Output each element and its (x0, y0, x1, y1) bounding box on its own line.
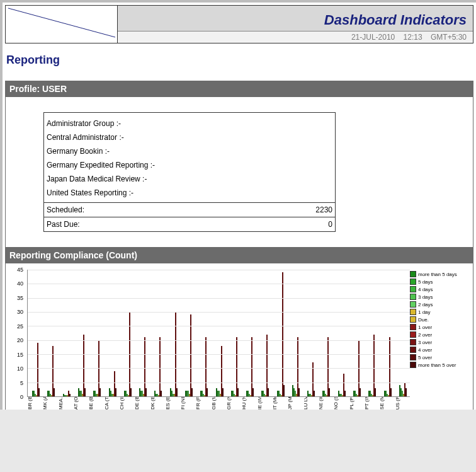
chart-category (364, 270, 379, 396)
chart-category (242, 270, 257, 396)
chart-bar (54, 388, 55, 396)
chart-category (166, 270, 181, 396)
x-tick: AT (OEK) (73, 397, 88, 410)
legend-swatch (410, 316, 416, 323)
legend-label: 2 days (418, 302, 433, 308)
legend-label: 3 over (418, 340, 432, 345)
x-tick: LU LV (CP) (303, 397, 318, 410)
legend-label: 4 over (418, 347, 432, 353)
header-banner: Dashboard Indicators 21-JUL-2010 12:13 G… (5, 5, 473, 43)
chart-bar (266, 335, 268, 396)
chart-category (181, 270, 196, 396)
chart-bar (390, 388, 392, 396)
legend-item: 3 over (410, 339, 472, 345)
legend-swatch (410, 279, 416, 285)
chart-bar (282, 272, 283, 396)
y-tick: 30 (17, 309, 23, 315)
legend-item: Due. (410, 316, 472, 323)
chart-bar (252, 388, 254, 396)
x-tick: NO (SLK) (333, 397, 348, 410)
chart-category (379, 270, 394, 396)
x-tick: CH (IKS) (119, 397, 134, 410)
chart-bar (84, 388, 86, 396)
header-logo-cell (6, 6, 118, 43)
chart-bar (344, 391, 346, 396)
x-tick: GR (NDCO) (226, 397, 241, 410)
profile-row-label: Scheduled: (44, 203, 247, 217)
page-banner-meta: 21-JUL-2010 12:13 GMT+5:30 (118, 32, 473, 43)
chart-category (89, 270, 104, 396)
legend-label: more than 5 over (418, 362, 456, 368)
profile-row-value: 2230 (247, 203, 335, 217)
chart-bar (373, 335, 375, 396)
chart-category (318, 270, 333, 396)
x-tick: CA (TPD) (104, 397, 119, 410)
profile-item: Administrator Group :- (47, 117, 332, 130)
x-tick: IE (IMB) (257, 397, 272, 410)
legend-label: Due. (418, 317, 429, 323)
chart-bar (190, 314, 191, 396)
x-tick: BE (BFK) (88, 397, 103, 410)
x-tick: SE (MPA) (379, 397, 394, 410)
chart-category (334, 270, 349, 396)
chart-bar (83, 335, 84, 396)
compliance-chart: 051015202530354045 BR (BR…)MK (ACM)MEA… … (5, 263, 473, 410)
x-tick: FI (NEH) (180, 397, 195, 410)
chart-category (59, 270, 74, 396)
x-tick: HU (NIP) (241, 397, 256, 410)
legend-item: 5 over (410, 354, 472, 360)
legend-swatch (410, 362, 416, 368)
chart-category (257, 270, 272, 396)
legend-swatch (410, 286, 416, 292)
banner-tz: GMT+5:30 (431, 33, 467, 42)
chart-bar (268, 388, 269, 396)
chart-category (43, 270, 58, 396)
legend-label: 4 days (418, 287, 433, 292)
y-tick: 0 (20, 394, 23, 400)
chart-bar (191, 388, 193, 396)
legend-swatch (410, 354, 416, 360)
legend-label: 2 over (418, 332, 432, 338)
legend-swatch (410, 294, 416, 300)
chart-bar (159, 337, 161, 396)
x-tick: DK (ES) (150, 397, 165, 410)
chart-bar (314, 391, 315, 396)
legend-label: 5 days (418, 279, 433, 285)
chart-category (288, 270, 303, 396)
chart-bar (161, 391, 162, 396)
chart-bar (145, 388, 147, 396)
chart-bar (405, 388, 407, 396)
legend-swatch (410, 347, 416, 353)
profile-item: United States Reporting :- (47, 186, 332, 200)
legend-item: more than 5 days (410, 271, 472, 277)
chart-bar (130, 388, 132, 396)
chart-category (120, 270, 135, 396)
legend-item: more than 5 over (410, 362, 472, 368)
legend-item: 1 over (410, 324, 472, 330)
x-tick: IT (MoS) (272, 397, 287, 410)
profile-row-value: 0 (247, 217, 335, 231)
legend-item: 5 days (410, 279, 472, 285)
chart-bar (176, 388, 178, 396)
profile-item: Japan Data Medical Review :- (47, 172, 332, 186)
x-tick: JP (MHLW) (287, 397, 302, 410)
chart-bar (207, 388, 208, 396)
legend-label: 5 over (418, 355, 432, 360)
x-tick: MEA… PH… (58, 397, 73, 410)
chart-bar (222, 388, 224, 396)
legend-item: 1 day (410, 309, 472, 315)
chart-bar (283, 385, 285, 396)
chart-bar (38, 388, 40, 396)
legend-label: 1 over (418, 325, 432, 330)
chart-bar (115, 388, 116, 396)
y-tick: 10 (17, 366, 23, 372)
legend-item: 2 days (410, 301, 472, 308)
profile-item: Central Administrator :- (47, 130, 332, 144)
x-tick: MK (ACM) (42, 397, 57, 410)
x-tick: DE (BfVM) (134, 397, 149, 410)
x-tick: FR (FMM) (195, 397, 210, 410)
legend-swatch (410, 301, 416, 308)
legend-swatch (410, 309, 416, 315)
section-title: Reporting (5, 45, 473, 81)
profile-heading: Profile: USER (5, 81, 473, 97)
